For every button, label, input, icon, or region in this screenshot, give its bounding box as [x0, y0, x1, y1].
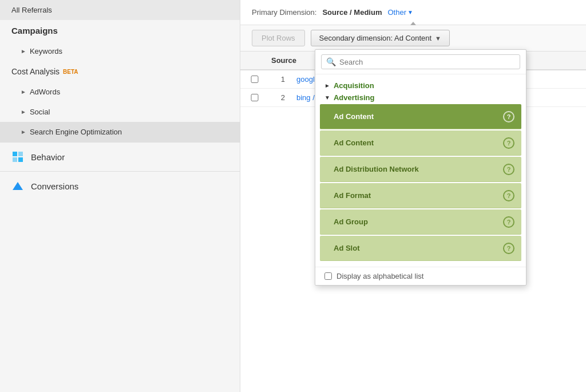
row-checkbox-2[interactable] — [250, 94, 260, 101]
dropdown-caret-up-icon — [410, 22, 416, 25]
svg-rect-0 — [13, 152, 17, 156]
item-label: Ad Group — [334, 217, 368, 226]
row-checkbox-1[interactable] — [250, 76, 260, 83]
search-input[interactable] — [339, 58, 515, 66]
dropdown-item-ad-format[interactable]: Ad Format ? — [320, 183, 521, 208]
item-label: Ad Content — [334, 112, 374, 121]
dropdown-item-ad-slot[interactable]: Ad Slot ? — [320, 236, 521, 261]
row-link-1[interactable]: googl — [296, 75, 315, 84]
item-label: Ad Distribution Network — [334, 165, 419, 173]
arrow-icon: ► — [21, 89, 26, 95]
help-icon[interactable]: ? — [503, 137, 514, 149]
help-icon[interactable]: ? — [503, 243, 514, 254]
sidebar-item-label: Search Engine Optimization — [30, 128, 122, 136]
secondary-dim-label: Secondary dimension: Ad Content — [319, 34, 432, 42]
alphabetical-label: Display as alphabetical list — [336, 272, 423, 280]
svg-rect-3 — [18, 157, 23, 162]
source-column-header: Source — [271, 56, 296, 65]
svg-rect-1 — [18, 152, 23, 156]
sidebar-section-label: Behavior — [31, 152, 65, 162]
other-button[interactable]: Other ▼ — [387, 8, 413, 17]
arrow-icon: ► — [21, 48, 26, 54]
sidebar-item-adwords[interactable]: ► AdWords — [0, 82, 240, 102]
main-content: Primary Dimension: Source / Medium Other… — [240, 0, 586, 392]
sidebar-item-campaigns[interactable]: Campaigns — [0, 20, 240, 41]
alphabetical-checkbox[interactable] — [324, 272, 332, 280]
help-icon[interactable]: ? — [503, 190, 514, 201]
sidebar-item-label: Cost Analysis — [11, 67, 60, 76]
behavior-icon — [11, 151, 24, 163]
category-label: Acquisition — [334, 81, 374, 90]
category-label: Advertising — [334, 93, 375, 102]
dropdown-arrow-icon: ▼ — [435, 35, 441, 42]
item-label: Ad Slot — [334, 244, 360, 252]
caret-down-icon: ▼ — [407, 9, 413, 15]
help-icon[interactable]: ? — [503, 216, 514, 228]
search-icon: 🔍 — [326, 57, 336, 66]
search-field-container: 🔍 — [321, 54, 520, 69]
sidebar-item-label: All Referrals — [11, 6, 52, 14]
sidebar-item-behavior[interactable]: Behavior — [0, 142, 240, 171]
sidebar-item-seo[interactable]: ► Search Engine Optimization — [0, 122, 240, 142]
row-number: 2 — [271, 93, 285, 102]
plot-rows-label: Plot Rows — [262, 34, 295, 42]
help-icon[interactable]: ? — [503, 164, 514, 175]
sidebar-item-label: Social — [30, 108, 50, 116]
dropdown-item-ad-content-2[interactable]: Ad Content ? — [320, 130, 521, 156]
sidebar-item-label: AdWords — [30, 88, 60, 96]
sidebar-item-cost-analysis[interactable]: Cost Analysis BETA — [0, 61, 240, 82]
plot-rows-button[interactable]: Plot Rows — [252, 30, 305, 46]
dropdown-footer: Display as alphabetical list — [315, 267, 526, 285]
sidebar-section-label: Conversions — [31, 181, 78, 191]
svg-marker-4 — [13, 182, 23, 190]
toolbar-row: Plot Rows Secondary dimension: Ad Conten… — [240, 25, 586, 52]
conversions-icon — [11, 180, 24, 192]
row-number: 1 — [271, 75, 285, 84]
beta-badge: BETA — [63, 69, 78, 75]
arrow-icon: ► — [21, 109, 26, 115]
sidebar-item-label: Keywords — [30, 47, 62, 56]
row-link-2[interactable]: bing / — [296, 93, 315, 102]
sidebar-item-social[interactable]: ► Social — [0, 102, 240, 122]
expanded-arrow-icon: ▼ — [324, 94, 330, 101]
dropdown-item-ad-distribution-network[interactable]: Ad Distribution Network ? — [320, 157, 521, 182]
category-advertising[interactable]: ▼ Advertising — [315, 91, 526, 103]
arrow-icon: ► — [21, 129, 26, 135]
collapsed-arrow-icon: ► — [324, 82, 330, 89]
sidebar-item-conversions[interactable]: Conversions — [0, 171, 240, 200]
help-icon[interactable]: ? — [503, 111, 514, 122]
dropdown-item-ad-group[interactable]: Ad Group ? — [320, 209, 521, 235]
dropdown-body: ► Acquisition ▼ Advertising Ad Content ?… — [315, 74, 526, 267]
sidebar-item-all-referrals[interactable]: All Referrals — [0, 0, 240, 20]
item-label: Ad Format — [334, 191, 371, 200]
secondary-dimension-dropdown: 🔍 ► Acquisition ▼ Advertising Ad — [315, 49, 526, 286]
secondary-dimension-button[interactable]: Secondary dimension: Ad Content ▼ — [311, 30, 450, 46]
item-label: Ad Content — [334, 138, 374, 147]
dropdown-item-ad-content-selected[interactable]: Ad Content ? — [320, 104, 521, 129]
category-acquisition[interactable]: ► Acquisition — [315, 79, 526, 91]
other-label: Other — [387, 8, 406, 17]
dropdown-search-area: 🔍 — [315, 50, 526, 74]
sidebar-item-keywords[interactable]: ► Keywords — [0, 41, 240, 61]
primary-dimension-label: Primary Dimension: — [252, 8, 316, 17]
sidebar-item-label: Campaigns — [11, 26, 58, 35]
svg-rect-2 — [13, 157, 17, 162]
primary-dimension-value: Source / Medium — [322, 8, 382, 17]
sidebar: All Referrals Campaigns ► Keywords Cost … — [0, 0, 240, 392]
